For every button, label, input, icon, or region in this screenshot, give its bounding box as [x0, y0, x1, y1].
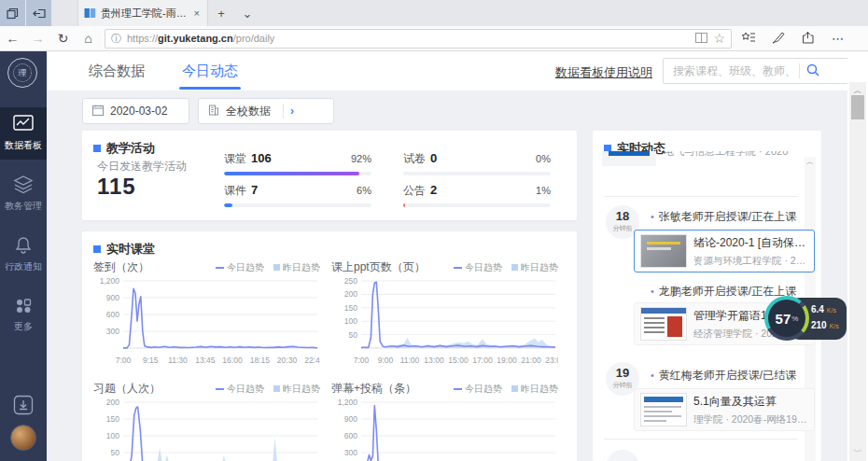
school-logo: 理: [7, 58, 37, 88]
svg-text:600: 600: [106, 310, 119, 319]
svg-text:15:00: 15:00: [448, 356, 469, 365]
svg-text:250: 250: [344, 276, 357, 286]
tab-list-chevron-icon[interactable]: ⌄: [234, 0, 260, 26]
checkin-chart: 3006009001,2007:009:1511:3013:4516:0018:…: [93, 275, 320, 369]
grid-dots-icon: [0, 298, 47, 318]
activity-item-partial[interactable]: 电气与信息工程学院 · 2020春…: [602, 151, 789, 175]
building-icon: [208, 105, 219, 119]
lesson-title: 绪论-2020-1 [自动保存的]: [693, 235, 808, 251]
hub-favorites-icon[interactable]: [741, 31, 756, 47]
close-tab-icon[interactable]: ×: [192, 7, 202, 19]
share-icon[interactable]: [802, 31, 816, 47]
new-tab-button[interactable]: +: [208, 0, 234, 26]
lesson-card[interactable]: 5.1向量及其运算 理学院 · 2020春-网络191,网…: [634, 388, 815, 431]
realtime-classroom-panel: 实时课堂 签到（次） 今日趋势昨日趋势 3006009001,2007:009:…: [82, 231, 577, 461]
event-dot: •: [651, 370, 654, 381]
sidebar-item-label: 教务管理: [0, 200, 47, 220]
page-scrollbar[interactable]: ︿ ﹀: [847, 51, 868, 461]
search-input[interactable]: [671, 63, 792, 78]
divider: [604, 439, 798, 440]
web-note-pen-icon[interactable]: [772, 31, 786, 47]
scroll-down-icon[interactable]: ﹀: [849, 446, 866, 458]
divider: [799, 63, 800, 78]
user-avatar[interactable]: [0, 425, 47, 451]
chart-title: 习题（人次）: [93, 381, 161, 397]
screen: 贵州理工学院-雨课堂 × + ⌄ ← → ↻ ⌂ ⓘ https://git.y…: [0, 0, 868, 461]
svg-text:7:00: 7:00: [116, 356, 132, 365]
svg-text:21:00: 21:00: [521, 356, 541, 365]
avatar: [10, 425, 36, 451]
active-tab-underline: [179, 87, 241, 90]
lesson-card[interactable]: 绪论-2020-1 [自动保存的] 资源与环境工程学院 · 2020春…: [634, 230, 815, 272]
set-tabs-aside-icon[interactable]: [26, 0, 51, 26]
lesson-thumbnail: [640, 234, 687, 268]
lesson-subtitle: 资源与环境工程学院 · 2020春…: [693, 255, 808, 268]
optimization-percent-widget[interactable]: 57%: [764, 296, 809, 341]
bell-icon: [0, 236, 47, 258]
panel-title: 实时课堂: [106, 241, 155, 258]
svg-text:11:30: 11:30: [168, 356, 188, 365]
tab-today[interactable]: 今日动态: [182, 63, 238, 80]
svg-text:22:45: 22:45: [304, 356, 320, 365]
ppt-pages-chart: 501001502002507:009:0011:0013:0015:0017:…: [331, 275, 558, 369]
page-content: 2020-03-02 全校数据 › 教学活动 今日发送教学活动 115 课堂10…: [47, 91, 847, 461]
scrollbar-track[interactable]: ︿ ﹀: [849, 82, 866, 461]
site-info-icon[interactable]: ⓘ: [111, 32, 121, 46]
search-icon[interactable]: [806, 63, 819, 79]
exercises-chart: 50100150200: [93, 397, 320, 461]
lesson-title: 5.1向量及其运算: [693, 394, 808, 410]
event-dot: •: [651, 286, 654, 297]
tab-preview-icon[interactable]: [0, 0, 25, 26]
divider: [604, 196, 798, 197]
sidebar-item-notice[interactable]: 行政通知: [0, 229, 47, 281]
download-button[interactable]: [0, 395, 47, 419]
scope-selector[interactable]: 全校数据 ›: [198, 98, 334, 124]
svg-text:900: 900: [106, 293, 119, 302]
scrollbar-thumb[interactable]: [851, 95, 864, 119]
lesson-thumbnail: [602, 151, 656, 166]
svg-text:300: 300: [344, 448, 357, 457]
sidebar-item-academic[interactable]: 教务管理: [0, 168, 47, 220]
stat-label: 今日发送教学活动: [97, 159, 187, 175]
chart-checkin: 签到（次） 今日趋势昨日趋势 3006009001,2007:009:1511:…: [93, 259, 320, 372]
section-bullet: [93, 145, 101, 152]
browser-tab[interactable]: 贵州理工学院-雨课堂 ×: [77, 0, 208, 26]
svg-text:16:00: 16:00: [222, 356, 243, 365]
browser-toolbar: ← → ↻ ⌂ ⓘ https://git.yuketang.cn/pro/da…: [0, 26, 868, 51]
stat-value: 115: [97, 174, 136, 200]
svg-text:200: 200: [106, 398, 119, 407]
more-menu-icon[interactable]: ⋯: [832, 32, 844, 46]
metric-courseware: 课件76%: [224, 183, 371, 207]
scope-value: 全校数据: [226, 104, 271, 119]
lesson-subtitle: 理学院 · 2020春-网络191,网…: [693, 413, 808, 426]
home-icon[interactable]: ⌂: [76, 31, 101, 46]
metric-classroom: 课堂10692%: [224, 151, 371, 175]
dashboard-help-link[interactable]: 数据看板使用说明: [555, 64, 652, 81]
url-text: https://git.yuketang.cn/pro/daily: [127, 33, 690, 44]
back-icon[interactable]: ←: [0, 31, 25, 46]
date-picker[interactable]: 2020-03-02: [82, 98, 189, 124]
svg-text:9:00: 9:00: [378, 356, 394, 365]
divider: [283, 104, 284, 119]
chart-title: 签到（次）: [93, 259, 149, 275]
metric-announcement: 公告21%: [403, 183, 551, 207]
reading-view-icon[interactable]: [695, 33, 707, 45]
svg-text:1,200: 1,200: [338, 398, 358, 407]
svg-text:17:00: 17:00: [472, 356, 493, 365]
date-value: 2020-03-02: [110, 105, 167, 118]
sidebar-item-label: 更多: [0, 320, 47, 341]
refresh-icon[interactable]: ↻: [50, 31, 76, 46]
teaching-activity-panel: 教学活动 今日发送教学活动 115 课堂10692% 课件76% 试卷00% 公…: [82, 131, 577, 220]
sidebar-item-more[interactable]: 更多: [0, 290, 47, 341]
forward-icon[interactable]: →: [25, 31, 50, 46]
svg-text:13:45: 13:45: [195, 356, 216, 365]
scope-expand-arrow-icon[interactable]: ›: [290, 105, 294, 118]
search-box[interactable]: [663, 58, 868, 84]
chart-ppt-pages: 课上ppt页数（页） 今日趋势昨日趋势 501001502002507:009:…: [331, 259, 558, 372]
chart-danmaku: 弹幕+投稿（条） 今日趋势昨日趋势 3006009001,200: [331, 381, 558, 461]
address-bar[interactable]: ⓘ https://git.yuketang.cn/pro/daily ☆: [105, 29, 732, 49]
sidebar-item-dashboard[interactable]: 数据看板: [0, 107, 47, 160]
tab-overview[interactable]: 综合数据: [89, 63, 145, 80]
favorite-star-icon[interactable]: ☆: [713, 31, 725, 46]
chart-exercises: 习题（人次） 今日趋势昨日趋势 50100150200: [93, 381, 320, 461]
